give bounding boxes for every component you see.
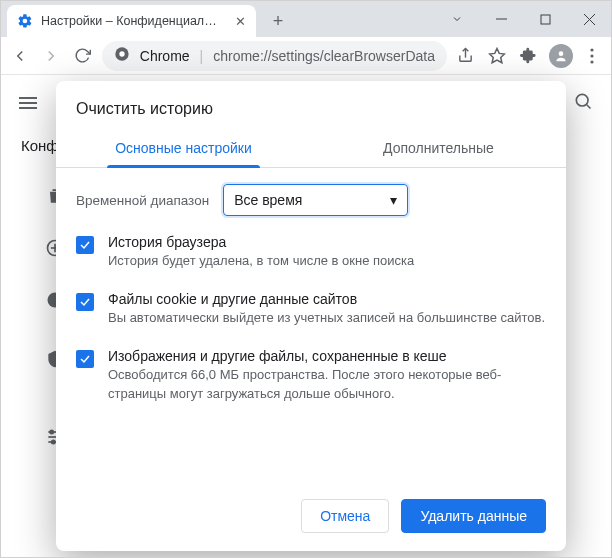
tab-title: Настройки – Конфиденциально xyxy=(41,14,221,28)
svg-line-13 xyxy=(587,105,591,109)
chevron-down-icon[interactable] xyxy=(435,1,479,37)
time-range-label: Временной диапазон xyxy=(76,193,209,208)
tab-basic[interactable]: Основные настройки xyxy=(56,128,311,167)
close-window-icon[interactable] xyxy=(567,1,611,37)
new-tab-button[interactable]: + xyxy=(264,7,292,35)
option-cookies-title: Файлы cookie и другие данные сайтов xyxy=(108,291,545,307)
kebab-menu-icon[interactable] xyxy=(579,41,605,71)
svg-point-9 xyxy=(591,48,594,51)
hamburger-menu-icon[interactable] xyxy=(19,94,37,112)
svg-rect-1 xyxy=(541,15,550,24)
cancel-button[interactable]: Отмена xyxy=(301,499,389,533)
dialog-title: Очистить историю xyxy=(56,81,566,128)
option-history-title: История браузера xyxy=(108,234,414,250)
close-tab-icon[interactable]: ✕ xyxy=(235,14,246,29)
forward-button xyxy=(39,41,65,71)
address-bar[interactable]: Chrome | chrome://settings/clearBrowserD… xyxy=(102,41,447,71)
option-cache-title: Изображения и другие файлы, сохраненные … xyxy=(108,348,546,364)
bookmark-star-icon[interactable] xyxy=(485,41,511,71)
gear-icon xyxy=(17,13,33,29)
time-range-value: Все время xyxy=(234,192,302,208)
profile-avatar[interactable] xyxy=(548,41,574,71)
url-path: chrome://settings/clearBrowserData xyxy=(213,48,435,64)
extensions-icon[interactable] xyxy=(516,41,542,71)
svg-marker-7 xyxy=(490,48,505,62)
chrome-logo-icon xyxy=(114,46,130,65)
delete-data-button[interactable]: Удалить данные xyxy=(401,499,546,533)
svg-point-21 xyxy=(50,430,53,433)
search-icon[interactable] xyxy=(573,91,593,115)
svg-point-23 xyxy=(52,440,55,443)
caret-down-icon: ▾ xyxy=(390,192,397,208)
svg-point-5 xyxy=(119,51,124,56)
share-icon[interactable] xyxy=(453,41,479,71)
minimize-icon[interactable] xyxy=(479,1,523,37)
clear-browsing-data-dialog: Очистить историю Основные настройки Допо… xyxy=(56,81,566,551)
tab-advanced[interactable]: Дополнительные xyxy=(311,128,566,167)
time-range-select[interactable]: Все время ▾ xyxy=(223,184,408,216)
checkbox-cache[interactable] xyxy=(76,350,94,368)
back-button[interactable] xyxy=(7,41,33,71)
browser-tab[interactable]: Настройки – Конфиденциально ✕ xyxy=(7,5,256,37)
checkbox-history[interactable] xyxy=(76,236,94,254)
maximize-icon[interactable] xyxy=(523,1,567,37)
url-host: Chrome xyxy=(140,48,190,64)
option-cache-desc: Освободится 66,0 МБ пространства. После … xyxy=(108,366,546,404)
svg-point-11 xyxy=(591,60,594,63)
svg-point-8 xyxy=(558,51,563,56)
svg-point-10 xyxy=(591,54,594,57)
svg-point-12 xyxy=(576,94,588,106)
option-history-desc: История будет удалена, в том числе в окн… xyxy=(108,252,414,271)
option-cookies-desc: Вы автоматически выйдете из учетных запи… xyxy=(108,309,545,328)
reload-button[interactable] xyxy=(70,41,96,71)
checkbox-cookies[interactable] xyxy=(76,293,94,311)
